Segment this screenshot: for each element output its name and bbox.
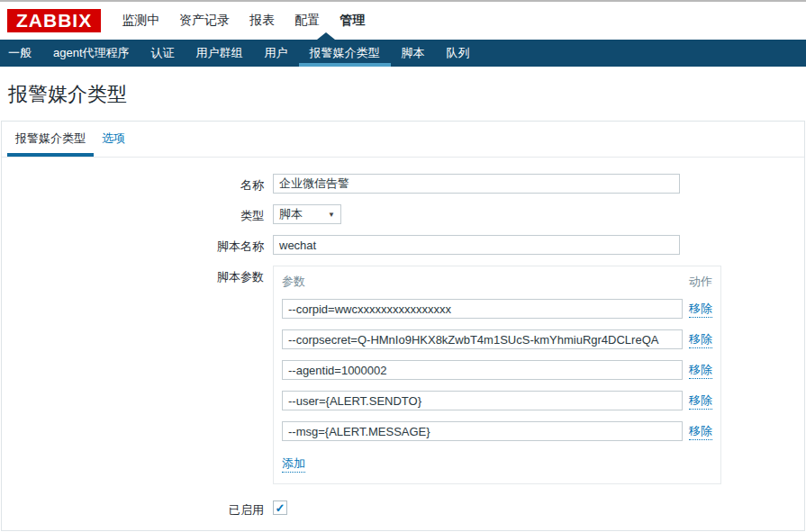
params-header-action: 动作 (689, 274, 712, 290)
remove-param-link[interactable]: 移除 (689, 423, 712, 440)
top-nav-monitoring[interactable]: 监测中 (112, 13, 169, 29)
param-input-user[interactable] (282, 391, 683, 410)
param-input-agentid[interactable] (282, 360, 683, 380)
type-label: 类型 (2, 204, 273, 224)
top-nav: 监测中 资产记录 报表 配置 管理 (112, 13, 375, 29)
enabled-checkbox[interactable]: ✓ (273, 500, 287, 515)
sub-nav-queue[interactable]: 队列 (436, 40, 481, 67)
enabled-label: 已启用 (2, 499, 273, 518)
page-title: 报警媒介类型 (0, 67, 806, 121)
remove-param-link[interactable]: 移除 (689, 331, 712, 348)
params-header-parameter: 参数 (282, 274, 305, 290)
param-row: 移除 (282, 391, 712, 410)
top-nav-configuration[interactable]: 配置 (285, 13, 330, 29)
sub-nav-scripts[interactable]: 脚本 (391, 40, 436, 67)
type-select-value: 脚本 (279, 206, 303, 222)
param-input-corpsecret[interactable] (282, 329, 683, 349)
script-name-label: 脚本名称 (2, 235, 273, 255)
top-nav-reports[interactable]: 报表 (240, 13, 285, 29)
sub-nav-authentication[interactable]: 认证 (140, 40, 186, 67)
script-name-input[interactable] (273, 235, 680, 255)
sub-nav-proxies[interactable]: agent代理程序 (42, 40, 140, 67)
active-menu-pointer-icon (317, 32, 335, 40)
media-type-form: 名称 类型 脚本 ▼ 脚本名称 脚本参数 参数 动作 移除 (2, 158, 804, 532)
param-row: 移除 (282, 329, 712, 349)
param-row: 移除 (282, 299, 712, 319)
top-nav-administration[interactable]: 管理 (330, 13, 375, 29)
tab-row: 报警媒介类型 选项 (2, 122, 804, 158)
remove-param-link[interactable]: 移除 (689, 362, 712, 379)
chevron-down-icon: ▼ (328, 211, 335, 219)
param-input-corpid[interactable] (282, 299, 683, 319)
top-nav-inventory[interactable]: 资产记录 (169, 13, 240, 29)
script-params-label: 脚本参数 (2, 266, 273, 285)
type-select[interactable]: 脚本 ▼ (273, 204, 341, 224)
remove-param-link[interactable]: 移除 (689, 392, 712, 410)
check-icon: ✓ (276, 502, 285, 514)
tab-media-type[interactable]: 报警媒介类型 (7, 122, 94, 157)
param-input-msg[interactable] (282, 421, 683, 441)
add-param-link[interactable]: 添加 (282, 455, 305, 473)
remove-param-link[interactable]: 移除 (689, 301, 712, 318)
media-type-card: 报警媒介类型 选项 名称 类型 脚本 ▼ 脚本名称 脚本参数 参数 动作 (1, 121, 805, 531)
top-bar: ZABBIX 监测中 资产记录 报表 配置 管理 (0, 2, 806, 40)
tab-options[interactable]: 选项 (94, 122, 133, 157)
script-params-box: 参数 动作 移除 移除 移除 移除 (273, 266, 721, 484)
name-input[interactable] (273, 174, 680, 194)
zabbix-logo[interactable]: ZABBIX (7, 9, 101, 32)
name-label: 名称 (2, 174, 273, 194)
sub-nav-media-types[interactable]: 报警媒介类型 (299, 40, 391, 67)
param-row: 移除 (282, 421, 712, 441)
sub-nav-users[interactable]: 用户 (254, 40, 299, 67)
sub-nav-user-groups[interactable]: 用户群组 (186, 40, 254, 67)
param-row: 移除 (282, 360, 712, 380)
sub-nav-general[interactable]: 一般 (0, 40, 42, 67)
sub-nav-bar: 一般 agent代理程序 认证 用户群组 用户 报警媒介类型 脚本 队列 (0, 40, 806, 67)
